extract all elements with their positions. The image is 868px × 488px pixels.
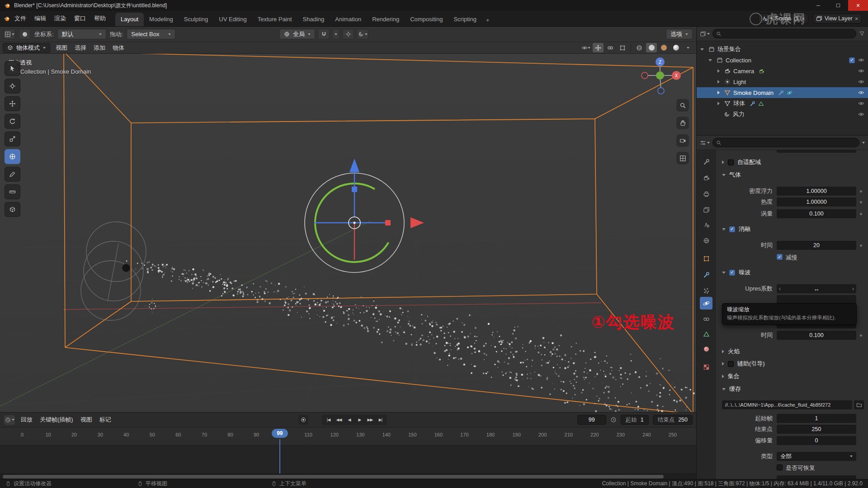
snap-toggle-button[interactable] bbox=[318, 29, 330, 39]
workspace-tab-Sculpting[interactable]: Sculpting bbox=[179, 13, 213, 26]
camera-view-button[interactable] bbox=[676, 134, 689, 147]
blender-logo[interactable] bbox=[3, 15, 10, 22]
wind-force-field[interactable] bbox=[81, 222, 146, 320]
spinner-left-icon[interactable]: ‹ bbox=[779, 286, 781, 292]
timeline-menu-回放[interactable]: 回放 bbox=[17, 415, 36, 425]
dissolve-time-field[interactable]: 20 bbox=[777, 241, 856, 250]
viewport-shading-material-button[interactable] bbox=[658, 43, 669, 52]
toggle-xray-button[interactable] bbox=[617, 43, 628, 52]
remove-view-layer-button[interactable]: ✕ bbox=[855, 16, 859, 21]
timeline-scrollbar[interactable] bbox=[0, 474, 696, 479]
eye-icon[interactable] bbox=[858, 100, 864, 107]
guides-section[interactable]: 辅助(引导) bbox=[722, 360, 765, 368]
expand-icon[interactable] bbox=[717, 80, 720, 84]
flow-emitter[interactable] bbox=[122, 264, 130, 272]
close-button[interactable]: ✕ bbox=[848, 0, 868, 11]
resumable-checkbox[interactable] bbox=[777, 465, 783, 470]
outliner-search-input[interactable] bbox=[724, 31, 853, 37]
animate-dot[interactable] bbox=[860, 244, 862, 247]
viewport-menu-添加[interactable]: 添加 bbox=[90, 43, 109, 53]
viewport-canvas[interactable] bbox=[0, 54, 696, 412]
workspace-tab-Modeling[interactable]: Modeling bbox=[144, 13, 179, 26]
cache-start-field[interactable]: 1 bbox=[777, 414, 856, 423]
expand-icon[interactable] bbox=[717, 69, 720, 73]
cache-offset-field[interactable]: 0 bbox=[777, 436, 856, 445]
eye-icon[interactable] bbox=[858, 57, 864, 63]
outliner-item-label[interactable]: 风力 bbox=[733, 110, 745, 118]
outliner-row-camera[interactable]: Camera bbox=[697, 66, 868, 76]
outliner-row-wind[interactable]: 风力 bbox=[697, 109, 868, 120]
menu-渲染[interactable]: 渲染 bbox=[50, 13, 70, 24]
tab-material[interactable] bbox=[700, 343, 712, 355]
zoom-button[interactable] bbox=[676, 99, 689, 112]
toggle-ortho-button[interactable] bbox=[676, 152, 689, 164]
tab-scene[interactable] bbox=[700, 218, 712, 231]
collections-section[interactable]: 集合 bbox=[722, 372, 740, 380]
viewport-shading-solid-button[interactable] bbox=[646, 43, 657, 52]
pan-button[interactable] bbox=[676, 117, 689, 129]
menu-编辑[interactable]: 编辑 bbox=[30, 13, 50, 24]
tab-tool[interactable] bbox=[700, 155, 712, 168]
current-frame-field[interactable]: 99 bbox=[577, 415, 606, 425]
tab-particles[interactable] bbox=[700, 284, 712, 297]
timeline-menu-关键帧(插帧)[interactable]: 关键帧(插帧) bbox=[36, 415, 77, 425]
orientation-dropdown[interactable]: 默认 bbox=[57, 29, 106, 39]
viewport-shading-rendered-button[interactable] bbox=[670, 43, 681, 52]
measure-tool[interactable] bbox=[5, 184, 20, 199]
timeline-editor-type-button[interactable] bbox=[4, 415, 15, 425]
browse-folder-button[interactable] bbox=[854, 400, 864, 409]
viewport-menu-物体[interactable]: 物体 bbox=[109, 43, 128, 53]
transform-gizmo[interactable] bbox=[301, 159, 424, 277]
eye-icon[interactable] bbox=[858, 79, 864, 85]
eye-icon[interactable] bbox=[858, 68, 864, 74]
expand-icon[interactable] bbox=[708, 59, 712, 61]
dissolve-checkbox[interactable]: ✓ bbox=[729, 226, 735, 232]
outliner-item-label[interactable]: Collection bbox=[726, 57, 751, 64]
tab-output[interactable] bbox=[700, 188, 712, 200]
proportional-falloff-dropdown[interactable] bbox=[357, 29, 368, 39]
viewport-menu-视图[interactable]: 视图 bbox=[52, 43, 71, 53]
axis-x-neg-handle[interactable] bbox=[642, 72, 648, 79]
animate-dot[interactable] bbox=[860, 213, 862, 215]
snap-dropdown[interactable] bbox=[332, 29, 340, 39]
transform-tool[interactable] bbox=[5, 149, 20, 164]
menu-帮助[interactable]: 帮助 bbox=[90, 13, 110, 24]
buoyancy-density-field[interactable]: 1.00000 bbox=[777, 187, 856, 196]
play-reverse-button[interactable]: ◀ bbox=[344, 416, 354, 424]
outliner-item-label[interactable]: 场景集合 bbox=[717, 45, 741, 53]
eye-icon[interactable] bbox=[858, 111, 864, 117]
spinner-right-icon[interactable]: › bbox=[852, 286, 854, 292]
shading-dropdown[interactable] bbox=[683, 43, 693, 52]
timeline-ruler[interactable]: 99 0102030405060708090100110120130140150… bbox=[0, 427, 696, 439]
tab-object-data[interactable] bbox=[700, 328, 712, 340]
outliner-search[interactable] bbox=[712, 29, 856, 38]
heat-field[interactable]: 1.00000 bbox=[777, 197, 856, 206]
cache-section[interactable]: 缓存 bbox=[722, 385, 741, 393]
outliner-item-label[interactable]: Light bbox=[733, 79, 746, 85]
tab-modifiers[interactable] bbox=[700, 268, 712, 281]
upres-factor-field[interactable]: ‹ ↔ › bbox=[777, 284, 856, 293]
outliner-row-light[interactable]: Light bbox=[697, 76, 868, 87]
proportional-editing-button[interactable] bbox=[342, 29, 354, 39]
tool-mode-icon[interactable] bbox=[19, 29, 31, 39]
properties-filter-button[interactable] bbox=[862, 142, 865, 144]
collection-checkbox[interactable]: ✓ bbox=[849, 57, 855, 63]
viewport-menu-选择[interactable]: 选择 bbox=[71, 43, 90, 53]
timeline-tracks[interactable] bbox=[0, 439, 696, 474]
gas-section[interactable]: 气体 bbox=[722, 171, 741, 179]
tab-constraints[interactable] bbox=[700, 313, 712, 325]
noise-method-field[interactable] bbox=[777, 295, 856, 304]
minimize-button[interactable]: ─ bbox=[808, 0, 828, 11]
rotate-tool[interactable] bbox=[5, 114, 20, 129]
viewport-shading-wireframe-button[interactable] bbox=[634, 43, 645, 52]
animate-dot[interactable] bbox=[860, 201, 862, 203]
guides-checkbox[interactable] bbox=[728, 361, 734, 367]
timeline-menu-标记[interactable]: 标记 bbox=[96, 415, 115, 425]
mode-dropdown[interactable]: 物体模式 bbox=[3, 43, 50, 53]
dissolve-section[interactable]: ✓ 消融 bbox=[722, 225, 750, 233]
use-preview-range-button[interactable] bbox=[610, 417, 617, 423]
next-keyframe-button[interactable]: ▶▶ bbox=[365, 416, 375, 424]
workspace-tab-UV Editing[interactable]: UV Editing bbox=[213, 13, 252, 26]
select-box-tool[interactable] bbox=[5, 61, 20, 76]
auto-key-button[interactable] bbox=[298, 415, 308, 425]
